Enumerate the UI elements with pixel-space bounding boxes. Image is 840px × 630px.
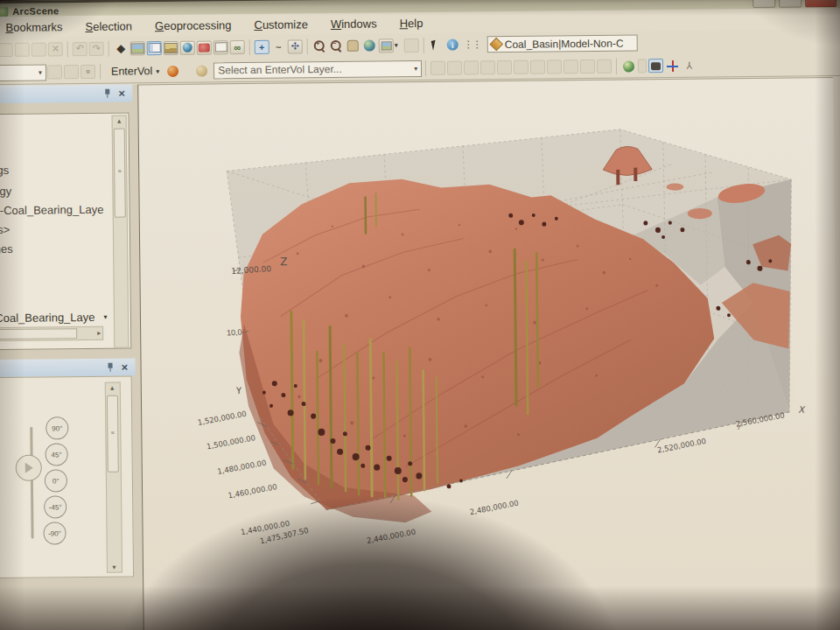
menu-help[interactable]: Help <box>400 16 424 29</box>
left-dock-column: ✕ ngs logy el-Coal_Bearing_Laye es> mes … <box>0 84 144 630</box>
pan-3d-icon[interactable]: ✣ <box>288 39 303 53</box>
maximize-button[interactable] <box>779 0 802 8</box>
scroll-right-icon[interactable]: ▸ <box>97 329 101 337</box>
select-arrow-icon[interactable] <box>429 38 444 52</box>
window-title: ArcScene <box>12 5 59 17</box>
full-extent-icon[interactable] <box>362 38 377 52</box>
entervol-view-tool-icon[interactable] <box>648 59 663 73</box>
red-camera-icon <box>199 43 210 52</box>
disabled-tool-icon <box>447 61 462 75</box>
menu-selection[interactable]: Selection <box>85 19 132 33</box>
layer-item[interactable]: mes <box>0 242 13 256</box>
angle-slider-handle[interactable] <box>16 455 42 481</box>
y-axis-tick: 1,480,000.00 <box>217 458 268 476</box>
scene-canvas: 10,000.00 <box>138 78 839 630</box>
entervol-axis-tool-icon[interactable] <box>665 59 680 73</box>
scroll-up-icon[interactable]: ▲ <box>109 385 116 391</box>
scene-layer-combo[interactable]: Coal_Basin|Model-Non-C <box>487 34 638 52</box>
entervol-tan-tool-icon[interactable] <box>194 64 209 78</box>
axis-cross-icon <box>667 60 678 71</box>
scrollbar-thumb[interactable] <box>0 328 77 340</box>
y-axis-tick: 1,460,000.00 <box>228 482 278 500</box>
tan-sphere-icon <box>196 65 207 76</box>
toc-layer-combo[interactable]: -Coal_Bearing_Laye ▾ <box>0 311 122 326</box>
frame-icon <box>214 42 227 52</box>
green-globe-icon <box>623 60 634 72</box>
angle-button-45[interactable]: 45° <box>45 443 67 466</box>
dark-view-icon <box>651 62 661 70</box>
angle-button-minus90[interactable]: -90° <box>43 522 66 544</box>
small-combo[interactable]: ▾ <box>0 64 46 81</box>
z-axis-label: Z <box>280 256 287 268</box>
tools-panel-header[interactable]: ✕ <box>0 358 136 377</box>
info-icon: i <box>447 39 458 51</box>
angle-button-90[interactable]: 90° <box>46 416 68 439</box>
add-data-icon[interactable]: ◆ <box>114 41 129 55</box>
catalog-window-icon[interactable] <box>164 40 178 54</box>
zoom-layer-caret-icon[interactable]: ▾ <box>395 41 398 49</box>
entervol-globe-tool-icon[interactable] <box>621 59 636 73</box>
scene-viewport[interactable]: 10,000.00 <box>137 77 839 630</box>
close-icon[interactable]: ✕ <box>121 362 129 372</box>
pan-tool-icon[interactable] <box>346 38 360 52</box>
menu-windows[interactable]: Windows <box>331 17 377 31</box>
menu-geoprocessing[interactable]: Geoprocessing <box>155 18 232 32</box>
angle-button-minus45[interactable]: -45° <box>44 495 66 518</box>
zoom-layer-icon[interactable] <box>379 38 394 52</box>
layer-item[interactable]: es> <box>0 223 10 236</box>
undo-icon: ↶ <box>73 41 88 55</box>
disabled-tool-icon <box>480 60 495 74</box>
y-axis-tick: 1,520,000.00 <box>197 409 248 427</box>
animation-icon[interactable] <box>197 40 212 54</box>
hand-icon <box>347 40 359 52</box>
disabled-tool-icon <box>47 65 62 79</box>
layer-item[interactable]: ngs <box>0 164 9 177</box>
angle-button-0[interactable]: 0° <box>45 469 67 492</box>
identify-icon[interactable]: i <box>445 38 460 52</box>
toolbar-overflow-icon[interactable]: ⋮⋮ <box>464 38 481 50</box>
menu-customize[interactable]: Customize <box>254 18 308 32</box>
magnifier-minus-icon: − <box>331 40 342 52</box>
search-window-icon[interactable] <box>180 40 195 54</box>
close-icon[interactable]: ✕ <box>118 88 126 98</box>
save-icon <box>32 42 46 56</box>
pin-icon[interactable] <box>104 89 111 98</box>
photographed-screen: ArcScene Bookmarks Selection Geoprocessi… <box>0 0 840 630</box>
scrollbar-thumb[interactable]: ≡ <box>114 129 126 218</box>
entervol-layer-combo-value: Select an EnterVol Layer... <box>218 63 342 76</box>
entervol-orange-tool-icon[interactable] <box>165 64 180 78</box>
toc-mini-icon <box>148 43 160 52</box>
toc-toggle-icon[interactable] <box>147 41 162 55</box>
layer-item[interactable]: el-Coal_Bearing_Laye <box>0 203 103 217</box>
scroll-up-icon[interactable]: ▲ <box>116 118 122 124</box>
layer-item[interactable]: logy <box>0 185 11 198</box>
entervol-measure-tool-icon[interactable]: ⅄ <box>682 59 696 73</box>
viewer-window-icon[interactable] <box>214 40 228 54</box>
angle-slider-track[interactable] <box>30 427 33 539</box>
tools-vertical-scrollbar[interactable]: ▲ ≡ ▼ <box>105 382 122 573</box>
link-icon[interactable]: ∞ <box>230 40 245 54</box>
close-button[interactable] <box>805 0 836 7</box>
menu-bookmarks[interactable]: Bookmarks <box>5 20 62 34</box>
zoom-out-icon[interactable]: − <box>329 38 344 52</box>
zoom-in-icon[interactable]: + <box>312 39 327 53</box>
scrollbar-thumb[interactable]: ≡ <box>107 396 119 472</box>
toc-combo-value: -Coal_Bearing_Laye <box>0 311 95 325</box>
toc-panel-header[interactable]: ✕ <box>0 84 132 103</box>
pin-icon[interactable] <box>107 363 114 372</box>
globe-icon <box>364 40 375 52</box>
entervol-menu[interactable]: EnterVol <box>111 65 152 77</box>
disabled-tool-icon <box>514 60 528 74</box>
navigate-tool-icon[interactable]: + <box>255 39 270 53</box>
diamond-icon <box>489 38 503 52</box>
fly-tool-icon[interactable]: ~ <box>271 39 286 53</box>
redo-icon: ↷ <box>89 41 104 55</box>
toc-horizontal-scrollbar[interactable]: ▸ <box>0 326 103 341</box>
scroll-down-icon[interactable]: ▼ <box>111 564 117 570</box>
entervol-layer-combo[interactable]: Select an EnterVol Layer... ▾ <box>214 60 422 78</box>
scene-view-icon[interactable] <box>130 41 145 55</box>
delete-x-icon: ✕ <box>48 42 63 56</box>
entervol-menu-caret-icon[interactable]: ▾ <box>156 67 159 75</box>
minimize-button[interactable] <box>752 0 775 8</box>
scene-layer-combo-value: Coal_Basin|Model-Non-C <box>505 37 624 50</box>
